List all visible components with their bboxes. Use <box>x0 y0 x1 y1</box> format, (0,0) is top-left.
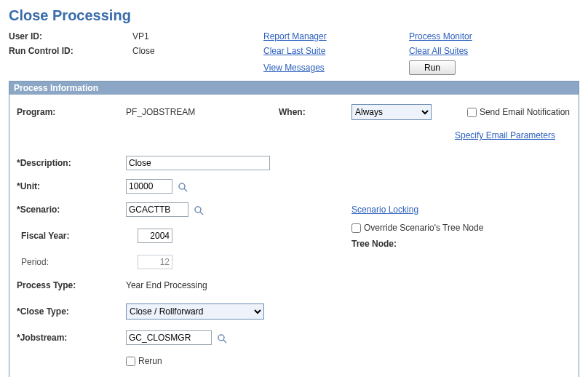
send-email-checkbox[interactable] <box>467 108 477 117</box>
period-input <box>138 255 172 269</box>
svg-point-2 <box>195 207 201 213</box>
close-type-select[interactable]: Close / Rollforward <box>126 303 264 320</box>
clear-all-suites-link[interactable]: Clear All Suites <box>409 46 468 56</box>
program-value: PF_JOBSTREAM <box>126 107 279 117</box>
section-header: Process Information <box>9 81 579 95</box>
process-info-section: Program: PF_JOBSTREAM When: Always Send … <box>9 95 579 377</box>
process-monitor-link[interactable]: Process Monitor <box>409 31 472 41</box>
rerun-label: Rerun <box>138 356 162 366</box>
user-id-value: VP1 <box>132 31 263 41</box>
tree-node-label: Tree Node: <box>351 239 570 249</box>
view-messages-link[interactable]: View Messages <box>263 63 325 73</box>
svg-point-4 <box>218 335 224 341</box>
jobstream-label: *Jobstream: <box>17 333 126 343</box>
rerun-checkbox[interactable] <box>126 357 135 366</box>
process-type-value: Year End Processing <box>126 280 279 290</box>
specify-email-link[interactable]: Specify Email Parameters <box>455 130 555 140</box>
scenario-input[interactable] <box>126 202 188 217</box>
scenario-label: *Scenario: <box>17 205 126 215</box>
run-control-label: Run Control ID: <box>9 46 132 56</box>
when-select[interactable]: Always <box>351 104 432 120</box>
description-input[interactable] <box>126 156 270 170</box>
user-id-label: User ID: <box>9 31 132 41</box>
program-label: Program: <box>17 107 126 117</box>
svg-point-0 <box>179 183 185 189</box>
lookup-icon[interactable] <box>194 205 204 215</box>
svg-line-3 <box>200 212 203 215</box>
clear-last-suite-link[interactable]: Clear Last Suite <box>263 46 325 56</box>
svg-line-5 <box>223 340 226 343</box>
run-control-value: Close <box>132 46 263 56</box>
override-tree-label: Override Scenario's Tree Node <box>364 223 483 233</box>
fiscal-year-input[interactable] <box>138 229 172 243</box>
unit-input[interactable] <box>126 179 172 194</box>
report-manager-link[interactable]: Report Manager <box>263 31 327 41</box>
override-tree-checkbox[interactable] <box>351 223 361 233</box>
page-title: Close Processing <box>9 7 579 24</box>
period-label: Period: <box>17 257 126 267</box>
svg-line-1 <box>184 188 187 191</box>
process-type-label: Process Type: <box>17 280 126 290</box>
scenario-locking-link[interactable]: Scenario Locking <box>351 205 418 215</box>
unit-label: *Unit: <box>17 181 126 191</box>
close-type-label: *Close Type: <box>17 306 126 317</box>
run-button[interactable]: Run <box>409 60 456 75</box>
jobstream-input[interactable] <box>126 330 212 345</box>
lookup-icon[interactable] <box>178 182 188 192</box>
lookup-icon[interactable] <box>217 333 227 344</box>
send-email-label: Send Email Notification <box>480 107 570 117</box>
fiscal-year-label: Fiscal Year: <box>17 231 126 241</box>
when-label: When: <box>279 107 351 117</box>
description-label: *Description: <box>17 158 126 168</box>
